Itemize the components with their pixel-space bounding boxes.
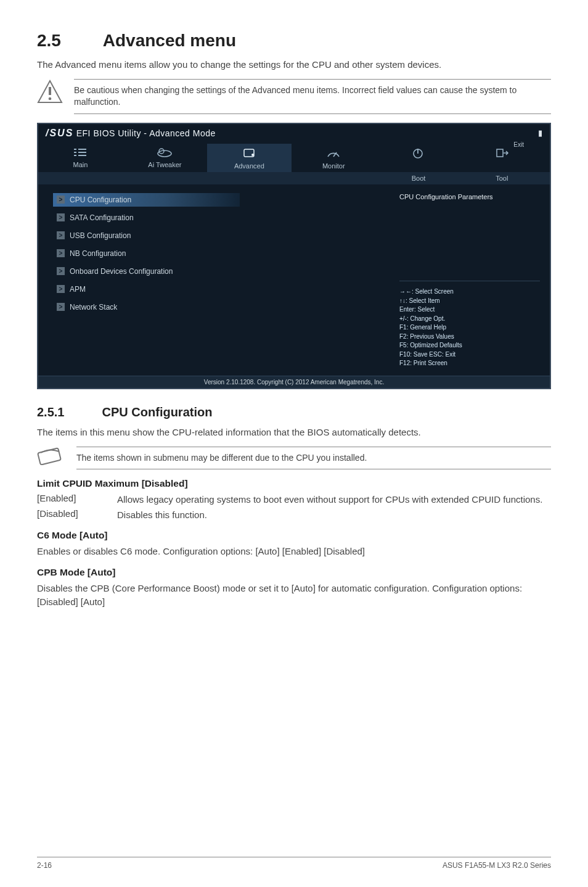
tab-boot[interactable]: Boot (377, 172, 460, 184)
warning-icon (37, 79, 63, 105)
bios-body: >CPU Configuration >SATA Configuration >… (38, 184, 550, 376)
bios-menu-list: >CPU Configuration >SATA Configuration >… (38, 184, 390, 376)
menu-label: CPU Configuration (70, 196, 131, 204)
menu-label: APM (70, 285, 86, 294)
def-row: [Disabled] Disables this function. (37, 508, 551, 521)
tab-label: Advanced (234, 162, 264, 170)
tab-main[interactable]: Main (38, 144, 123, 172)
help-line: Enter: Select (399, 305, 540, 315)
tab-ai-tweaker[interactable]: Ai Tweaker (123, 144, 207, 172)
help-line: F1: General Help (399, 323, 540, 332)
right-panel-title: CPU Configuration Parameters (399, 193, 540, 200)
page-number: 2-16 (37, 861, 52, 870)
menu-item-onboard-devices[interactable]: >Onboard Devices Configuration (53, 265, 375, 278)
bios-footer: Version 2.10.1208. Copyright (C) 2012 Am… (38, 376, 550, 388)
subsection-number: 2.5.1 (37, 405, 99, 419)
section-heading: 2.5 Advanced menu (37, 31, 551, 51)
item-text-c6: Enables or disables C6 mode. Configurati… (37, 545, 551, 558)
subsection-intro: The items in this menu show the CPU-rela… (37, 426, 551, 439)
page-footer: 2-16 ASUS F1A55-M LX3 R2.0 Series (37, 857, 551, 870)
chevron-right-icon: > (57, 213, 65, 221)
menu-item-cpu-configuration[interactable]: >CPU Configuration (53, 193, 240, 207)
menu-item-nb-configuration[interactable]: >NB Configuration (53, 247, 375, 260)
note-icon (37, 447, 65, 465)
menu-label: Network Stack (70, 303, 117, 311)
info-block: The items shown in submenu may be differ… (37, 447, 551, 470)
tab-label: Monitor (322, 162, 345, 170)
help-line: F5: Optimized Defaults (399, 341, 540, 350)
svg-rect-1 (49, 87, 51, 95)
chevron-right-icon: > (57, 249, 65, 257)
menu-label: SATA Configuration (70, 213, 134, 222)
menu-item-network-stack[interactable]: >Network Stack (53, 300, 375, 314)
item-heading-limit-cpuid: Limit CPUID Maximum [Disabled] (37, 478, 551, 489)
menu-label: USB Configuration (70, 231, 131, 240)
product-name: ASUS F1A55-M LX3 R2.0 Series (443, 861, 551, 870)
help-line: ↑↓: Select Item (399, 297, 540, 306)
item-heading-cpb: CPB Mode [Auto] (37, 567, 551, 578)
chip-icon (207, 147, 292, 160)
chevron-right-icon: > (57, 231, 65, 239)
def-term: [Disabled] (37, 508, 117, 521)
menu-label: Onboard Devices Configuration (70, 267, 173, 276)
svg-point-12 (251, 154, 254, 156)
def-row: [Enabled] Allows legacy operating system… (37, 493, 551, 506)
svg-point-9 (158, 151, 171, 157)
caution-text: Be cautious when changing the settings o… (74, 79, 551, 114)
tab-monitor[interactable]: Monitor (292, 144, 376, 172)
def-desc: Disables this function. (117, 508, 551, 521)
section-title: Advanced menu (103, 31, 236, 50)
tab-label: Ai Tweaker (148, 161, 181, 168)
item-text-cpb: Disables the CPB (Core Performance Boost… (37, 582, 551, 609)
caution-block: Be cautious when changing the settings o… (37, 79, 551, 114)
cloud-icon (123, 147, 207, 159)
menu-label: NB Configuration (70, 249, 126, 258)
item-heading-c6: C6 Mode [Auto] (37, 530, 551, 541)
help-line: F2: Previous Values (399, 332, 540, 342)
def-term: [Enabled] (37, 493, 117, 506)
bios-titlebar: /SUS EFI BIOS Utility - Advanced Mode ▮ (38, 124, 550, 139)
bios-logo: /SUS EFI BIOS Utility - Advanced Mode (46, 128, 216, 139)
bios-logo-brand: /SUS (46, 128, 73, 138)
menu-item-usb-configuration[interactable]: >USB Configuration (53, 229, 375, 242)
bios-screenshot: /SUS EFI BIOS Utility - Advanced Mode ▮ … (37, 123, 551, 389)
tab-label: Main (73, 161, 88, 168)
bios-help: →←: Select Screen ↑↓: Select Item Enter:… (399, 281, 540, 368)
gauge-icon (292, 147, 376, 160)
section-number: 2.5 (37, 31, 99, 51)
tab-exit[interactable] (460, 144, 545, 172)
help-line: F12: Print Screen (399, 359, 540, 368)
tab-tool[interactable]: Tool (460, 172, 544, 184)
exit-icon (460, 147, 545, 160)
menu-item-sata-configuration[interactable]: >SATA Configuration (53, 211, 375, 225)
tab-advanced[interactable]: Advanced (207, 144, 292, 172)
def-desc: Allows legacy operating systems to boot … (117, 493, 551, 506)
help-line: F10: Save ESC: Exit (399, 350, 540, 360)
subsection-title: CPU Configuration (102, 405, 213, 419)
bios-tabs-row2: Boot Tool (38, 172, 550, 184)
flag-icon: ▮ (538, 128, 542, 138)
help-line: +/-: Change Opt. (399, 315, 540, 324)
chevron-right-icon: > (57, 267, 65, 275)
chevron-right-icon: > (57, 196, 65, 204)
tab-power[interactable] (376, 144, 460, 172)
bios-right-panel: CPU Configuration Parameters →←: Select … (390, 184, 550, 376)
bios-tabs-row1: Main Ai Tweaker Advanced Monitor (38, 139, 550, 172)
section-intro: The Advanced menu items allow you to cha… (37, 58, 551, 72)
tab-label: Tool (496, 175, 508, 182)
menu-item-apm[interactable]: >APM (53, 283, 375, 296)
list-icon (38, 147, 123, 159)
tab-label: Boot (412, 175, 426, 182)
help-line: →←: Select Screen (399, 287, 540, 297)
chevron-right-icon: > (57, 303, 65, 311)
bios-logo-suffix: EFI BIOS Utility - Advanced Mode (76, 128, 216, 138)
subsection-heading: 2.5.1 CPU Configuration (37, 405, 551, 419)
svg-rect-16 (497, 149, 503, 157)
info-text: The items shown in submenu may be differ… (76, 447, 551, 470)
power-icon (376, 147, 460, 160)
chevron-right-icon: > (57, 285, 65, 293)
svg-point-2 (49, 97, 52, 100)
